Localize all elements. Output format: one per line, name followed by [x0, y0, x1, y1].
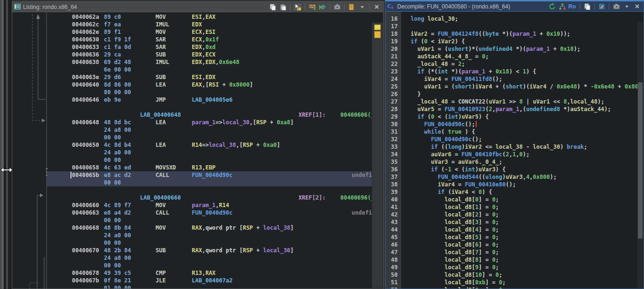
listing-bytes-row[interactable]: 24 a8 00	[47, 254, 372, 262]
margin-marker-icon[interactable]	[347, 3, 356, 11]
code-line[interactable]: local_d8[5] = 0;	[402, 233, 637, 241]
code-line[interactable]: local_d8[7] = 0;	[402, 249, 637, 256]
listing-bytes-row[interactable]: 01 00 00	[47, 284, 372, 289]
code-line[interactable]: local_d8[2] = 0;	[402, 211, 637, 218]
listing-row[interactable]: 00400633c1 fa 0dSAREDX,0xd	[47, 43, 372, 51]
code-line[interactable]: if (0 < (int)uVar5) {	[402, 113, 637, 120]
code-line[interactable]: local_d8[8] = 0;	[402, 256, 637, 264]
copy-icon[interactable]	[582, 2, 592, 11]
graph-icon[interactable]	[558, 2, 567, 11]
caret-down-icon[interactable]	[357, 3, 367, 11]
scrollbar-thumb[interactable]	[638, 82, 643, 239]
listing-bytes-row[interactable]: 24 a0 00	[47, 149, 372, 156]
listing-bytes-row[interactable]: 00 00	[47, 262, 372, 269]
listing-row[interactable]: 004006584c 63 edMOVSXDR13,EBP	[47, 164, 372, 171]
code-line[interactable]: _local_48 = 2;	[402, 60, 637, 68]
listing-row[interactable]: 0040066848 8b 84MOVRAX,qword ptr [RSP + …	[47, 224, 372, 232]
listing-row[interactable]: 00400630c1 f9 1fSARECX,0x1f	[47, 36, 372, 43]
code-line[interactable]: local_d8[0xc] = 0;	[402, 286, 637, 289]
listing-bytes-row[interactable]: 00 00	[47, 239, 372, 247]
vertical-scrollbar[interactable]	[637, 22, 643, 288]
edit-icon[interactable]	[597, 2, 606, 11]
ro-icon[interactable]: Ro	[568, 2, 577, 11]
code-line[interactable]: uVar5 = FUN_00410923(2,param_1,(undefine…	[402, 105, 637, 113]
code-line[interactable]: iVar2 = FUN_004124f8((byte *)(param_1 + …	[402, 30, 637, 38]
listing-bytes-row[interactable]: 00 00	[47, 134, 372, 141]
cursor-select-icon[interactable]	[293, 3, 302, 11]
listing-row[interactable]: 004006408d 86 00LEAEAX,[RSI + 0x8000]	[47, 81, 372, 88]
snapshot-icon[interactable]	[612, 2, 621, 11]
listing-row[interactable]: 0040067b0f 8e 21JLELAB_004007a2	[47, 277, 372, 284]
listing-row[interactable]: 0040067849 39 c5CMPR13,RAX	[47, 269, 372, 277]
listing-label-row[interactable]: LAB_00400660XREF[2]:00400696(j	[47, 194, 372, 201]
edit-fields-icon[interactable]	[307, 3, 317, 11]
code-line[interactable]: _local_48 = CONCAT22(uVar1 >> 8 | uVar1 …	[402, 98, 637, 105]
listing-row[interactable]: 0040062a89 c0MOVESI,EAX	[47, 13, 372, 21]
code-line[interactable]: if (iVar4 < 0) {	[402, 188, 637, 196]
code-line[interactable]: if (0 < iVar2) {	[402, 38, 637, 45]
overview-margin[interactable]	[372, 23, 383, 288]
instruction-mnemonic: MOV	[156, 201, 166, 209]
code-line[interactable]: }	[402, 90, 637, 98]
bookmark-marker[interactable]	[374, 24, 381, 30]
code-line[interactable]	[402, 23, 637, 30]
listing-label-row[interactable]: LAB_00400648XREF[1]:00400606(j	[47, 111, 372, 119]
listing-bytes-row[interactable]: 24 a8 00	[47, 126, 372, 134]
listing-header[interactable]: Listing: rondo.x86_64	[12, 2, 383, 12]
copy-icon[interactable]	[268, 3, 277, 11]
close-icon[interactable]	[632, 2, 642, 11]
code-line[interactable]: auStack_44._4_8_ = 0;	[402, 53, 637, 60]
listing-row[interactable]: 00400646eb 9eJMPLAB_004005e6	[47, 96, 372, 104]
listing-row[interactable]: 0040063629 caSUBEDX,ECX	[47, 51, 372, 58]
code-line[interactable]: uVar1 = (short)iVar4 + (short)(iVar4 / 0…	[402, 83, 637, 90]
listing-bytes-row[interactable]: 00 00	[47, 217, 372, 224]
code-line[interactable]: FUN_0040d90c();	[402, 120, 637, 128]
code-line[interactable]: iVar4 = FUN_00410e80();	[402, 181, 637, 188]
listing-row[interactable]: 00400663e8 a4 d2CALLFUN_0040d90cundefi	[47, 209, 372, 217]
snapshot-icon[interactable]	[332, 3, 342, 11]
code-line[interactable]: long local_30;	[402, 15, 637, 23]
code-line[interactable]: local_d8[10] = 0;	[402, 271, 637, 279]
listing-row[interactable]: 004006504c 8d b4LEAR14=>local_38,[RSP + …	[47, 141, 372, 149]
cursor-marker[interactable]	[374, 31, 381, 38]
decompile-body[interactable]: 1617181920212223242526272829303132333435…	[385, 12, 644, 289]
code-line[interactable]: if ((long)iVar2 <= local_38 - local_30) …	[402, 143, 637, 151]
listing-row[interactable]: 0040065be8 ac d2CALLFUN_0040d90cundefi	[47, 171, 372, 179]
listing-row[interactable]: 0040062cf7 eaIMULEDX	[47, 21, 372, 28]
code-line[interactable]: local_d8[1] = 0;	[402, 203, 637, 211]
caret-down-icon[interactable]	[622, 2, 631, 11]
code-line[interactable]: auVar6 = FUN_00410fbc(2,1,0);	[402, 151, 637, 158]
code-line[interactable]: if (*(int *)(param_1 + 0x18) < 1) {	[402, 68, 637, 75]
listing-bytes-row[interactable]: 80 00 00	[47, 88, 372, 96]
listing-row[interactable]: 0040062e89 f1MOVECX,ESI	[47, 28, 372, 36]
listing-row[interactable]: 0040063869 d2 48IMULEDX,EDX,0x6e48	[47, 58, 372, 66]
code-line[interactable]: local_d8[0xb] = 0;	[402, 279, 637, 286]
code-line[interactable]: while( true ) {	[402, 128, 637, 136]
listing-bytes-row[interactable]: 6e 00 00	[47, 66, 372, 73]
diff-view-icon[interactable]	[318, 3, 327, 11]
listing-row[interactable]: 0040067048 2b 84SUBRAX,qword ptr [RSP + …	[47, 247, 372, 254]
code-line[interactable]: local_d8[6] = 0;	[402, 241, 637, 249]
listing-bytes-row[interactable]: 00 00	[47, 156, 372, 164]
code-line[interactable]: local_d8[4] = 0;	[402, 226, 637, 233]
code-line[interactable]: if (-1 < (int)uVar3) {	[402, 166, 637, 173]
code-line[interactable]: uVar1 = (ushort)*(undefined4 *)(param_1 …	[402, 45, 637, 53]
code-line[interactable]: local_d8[9] = 0;	[402, 264, 637, 271]
refresh-icon[interactable]	[547, 2, 557, 11]
code-line[interactable]: iVar4 = FUN_00411fd8();	[402, 75, 637, 83]
paste-icon[interactable]	[278, 3, 288, 11]
decompile-header[interactable]: Cf Decompile: FUN_00400580 - (rondo.x86_…	[385, 1, 644, 12]
code-line[interactable]: local_d8[3] = 0;	[402, 218, 637, 226]
listing-bytes-row[interactable]: 00 00	[47, 179, 372, 186]
listing-bytes-row[interactable]: 24 a0 00	[47, 232, 372, 239]
listing-row[interactable]: 0040063e29 d6SUBESI,EDX	[47, 73, 372, 81]
listing-row[interactable]: 004006604c 89 f7MOVparam_1,R14	[47, 201, 372, 209]
code-line[interactable]: FUN_0040d544((ulong)uVar3,4,0x800);	[402, 173, 637, 181]
listing-body[interactable]: 0040062a89 c0MOVESI,EAX0040062cf7 eaIMUL…	[12, 12, 383, 289]
listing-row[interactable]: 0040064848 8d bcLEAparam_1=>local_30,[RS…	[47, 119, 372, 126]
code-line[interactable]: uVar3 = auVar6._0_4_;	[402, 158, 637, 166]
panel-resize-divider[interactable]	[1, 0, 4, 289]
code-line[interactable]: local_d8[0] = 0;	[402, 196, 637, 203]
code-line[interactable]: FUN_0040d90c();	[402, 136, 637, 143]
close-icon[interactable]	[372, 3, 381, 11]
